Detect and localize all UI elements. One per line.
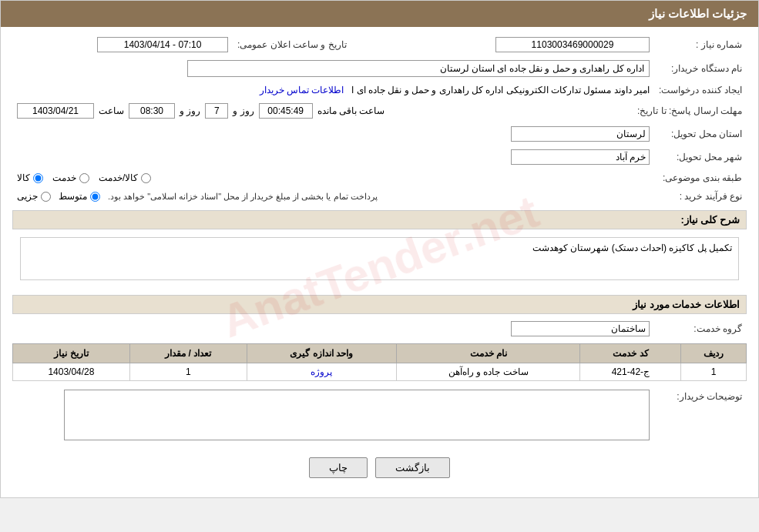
need-number-label: شماره نیاز : — [654, 35, 747, 55]
buyer-org-input[interactable] — [187, 60, 650, 77]
purchase-jozi-item: جزیی — [17, 191, 51, 202]
category-kala-item: کالا — [17, 172, 43, 183]
service-group-row: گروه خدمت: — [12, 319, 747, 339]
cell-service-code: ج-42-421 — [580, 363, 681, 381]
reply-days-label: روز و — [180, 105, 200, 116]
reply-remaining-value: 00:45:49 — [259, 103, 313, 119]
category-kala-khedmat-radio[interactable] — [141, 173, 151, 183]
cell-quantity: 1 — [129, 363, 247, 381]
category-khedmat-label: خدمت — [52, 172, 76, 183]
description-section-title: شرح کلی نیاز: — [12, 210, 747, 229]
purchase-jozi-label: جزیی — [17, 191, 38, 202]
col-need-date: تاریخ نیاز — [13, 344, 130, 363]
description-area: تکمیل پل کاکیزه (احداث دستک) شهرستان کوه… — [12, 234, 747, 289]
buttons-row: بازگشت چاپ — [12, 448, 747, 490]
reply-time-label: ساعت — [99, 105, 124, 116]
unit-link[interactable]: پروژه — [311, 366, 332, 377]
creator-label: ایجاد کننده درخواست: — [654, 82, 747, 98]
buyer-notes-row: توضیحات خریدار: — [12, 387, 747, 445]
creator-link[interactable]: اطلاعات تماس خریدار — [260, 85, 344, 95]
reply-deadline-label: مهلت ارسال پاسخ: تا تاریخ: — [633, 101, 747, 121]
buyer-org-row: نام دستگاه خریدار: — [12, 58, 747, 79]
services-section-title: اطلاعات خدمات مورد نیاز — [12, 295, 747, 314]
purchase-type-label: نوع فرآیند خرید : — [654, 189, 747, 204]
services-table: ردیف کد خدمت نام خدمت واحد اندازه گیری ت… — [12, 343, 747, 381]
purchase-type-note: پرداخت تمام یا بخشی از مبلغ خریدار از مح… — [108, 192, 378, 202]
delivery-city-row: شهر محل تحویل: — [12, 147, 747, 167]
announce-date-label: تاریخ و ساعت اعلان عمومی: — [233, 35, 351, 55]
reply-remaining-label-text: روز و — [233, 105, 254, 116]
buyer-notes-label: توضیحات خریدار: — [654, 387, 747, 445]
category-khedmat-radio[interactable] — [79, 173, 89, 183]
service-group-label: گروه خدمت: — [654, 319, 747, 339]
description-textarea[interactable]: تکمیل پل کاکیزه (احداث دستک) شهرستان کوه… — [20, 237, 739, 280]
col-quantity: تعداد / مقدار — [129, 344, 247, 363]
col-service-code: کد خدمت — [580, 344, 681, 363]
purchase-motevaset-item: متوسط — [59, 191, 100, 202]
delivery-province-input[interactable] — [511, 126, 650, 142]
cell-unit: پروژه — [247, 363, 396, 381]
service-group-input[interactable] — [511, 321, 650, 336]
category-label: طبقه بندی موضوعی: — [654, 170, 747, 186]
purchase-jozi-radio[interactable] — [41, 192, 51, 202]
purchase-type-row: نوع فرآیند خرید : جزیی متوسط پرداخت تمام… — [12, 189, 747, 204]
creator-row: ایجاد کننده درخواست: امیر داوند مسئول تد… — [12, 82, 747, 98]
reply-time-value: 08:30 — [129, 103, 175, 119]
delivery-city-label: شهر محل تحویل: — [654, 147, 747, 167]
cell-row-num: 1 — [681, 363, 747, 381]
back-button[interactable]: بازگشت — [375, 457, 450, 478]
delivery-city-input[interactable] — [511, 149, 650, 165]
delivery-province-label: استان محل تحویل: — [654, 124, 747, 144]
col-unit: واحد اندازه گیری — [247, 344, 396, 363]
announce-date-value: 1403/04/14 - 07:10 — [97, 37, 228, 52]
reply-deadline-row: مهلت ارسال پاسخ: تا تاریخ: 1403/04/21 سا… — [12, 101, 747, 121]
category-khedmat-item: خدمت — [52, 172, 89, 183]
need-number-value: 1103003469000029 — [495, 37, 650, 52]
page-wrapper: جزئیات اطلاعات نیاز شماره نیاز : 1103003… — [0, 0, 759, 498]
category-kala-khedmat-item: کالا/خدمت — [99, 172, 151, 183]
buyer-notes-textarea[interactable] — [64, 390, 650, 440]
reply-date-value: 1403/04/21 — [17, 103, 94, 119]
category-row: طبقه بندی موضوعی: کالا خدمت کالا/خدمت — [12, 170, 747, 186]
purchase-motevaset-label: متوسط — [59, 191, 87, 202]
page-header: جزئیات اطلاعات نیاز — [1, 1, 758, 27]
purchase-motevaset-radio[interactable] — [90, 192, 100, 202]
main-content: شماره نیاز : 1103003469000029 تاریخ و سا… — [1, 27, 758, 497]
delivery-province-row: استان محل تحویل: — [12, 124, 747, 144]
category-kala-label: کالا — [17, 172, 30, 183]
remaining-hours-label: ساعت باقی مانده — [317, 105, 385, 116]
table-row: 1 ج-42-421 ساخت جاده و راه‌آهن پروژه 1 1… — [13, 363, 747, 381]
category-kala-radio[interactable] — [33, 173, 43, 183]
buyer-org-label: نام دستگاه خریدار: — [654, 58, 747, 79]
cell-need-date: 1403/04/28 — [13, 363, 130, 381]
col-row-num: ردیف — [681, 344, 747, 363]
creator-value: امیر داوند مسئول تدارکات الکترونیکی ادار… — [351, 85, 650, 95]
col-service-name: نام خدمت — [397, 344, 580, 363]
category-kala-khedmat-label: کالا/خدمت — [99, 172, 138, 183]
reply-days-value: 7 — [205, 103, 228, 119]
print-button[interactable]: چاپ — [309, 457, 368, 478]
need-number-row: شماره نیاز : 1103003469000029 تاریخ و سا… — [12, 35, 747, 55]
page-title: جزئیات اطلاعات نیاز — [649, 7, 747, 20]
cell-service-name: ساخت جاده و راه‌آهن — [397, 363, 580, 381]
